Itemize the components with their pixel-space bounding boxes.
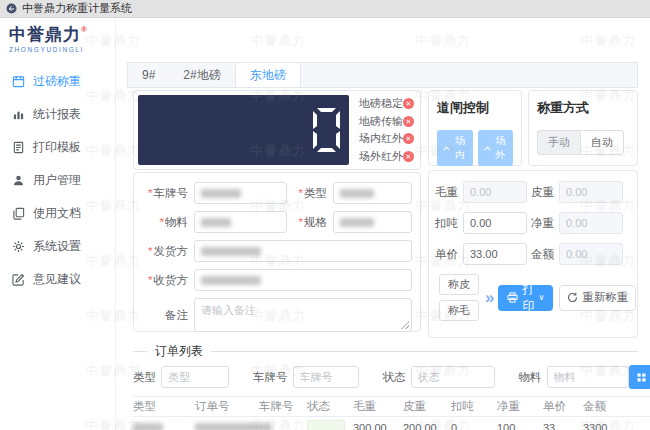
mode-auto-button[interactable]: 自动 (580, 130, 624, 155)
filter-plate-input[interactable] (293, 366, 359, 388)
gross-label: 毛重 (431, 185, 463, 200)
status-badge (307, 420, 345, 430)
edit-pencil-icon (12, 273, 25, 286)
deduct-input[interactable] (463, 212, 527, 234)
sidebar-item-weighing[interactable]: 过磅称重 (0, 65, 115, 98)
material-label: *物料 (140, 215, 194, 230)
documents-icon (12, 207, 25, 220)
masked-value (201, 218, 231, 227)
status-scale-stable: 地磅稳定 ✕ (359, 96, 414, 111)
masked-value (340, 189, 374, 198)
price-label: 单价 (431, 247, 463, 262)
double-chevron-right-icon: » (485, 289, 492, 306)
tare-input[interactable] (559, 181, 623, 203)
masked-value (133, 423, 163, 430)
remark-textarea[interactable]: 请输入备注 (194, 298, 412, 332)
print-button[interactable]: 打印 ∨ (498, 285, 553, 311)
window-title: 中誉鼎力称重计量系统 (22, 1, 132, 16)
registered-mark: ® (81, 25, 88, 34)
tab-scale-9[interactable]: 9# (128, 63, 169, 87)
error-circle-icon: ✕ (403, 116, 414, 127)
material-field[interactable] (194, 211, 287, 233)
window-titlebar: 中誉鼎力称重计量系统 (0, 0, 650, 18)
sidebar-item-reports[interactable]: 统计报表 (0, 98, 115, 131)
filter-status-input[interactable] (411, 366, 495, 388)
type-label: *类型 (287, 186, 333, 201)
logo-subtext: ZHONGYUDINGLI (9, 46, 115, 53)
order-table: 类型 订单号 车牌号 状态 毛重 皮重 扣吨 净重 单价 金额 300.00 2… (133, 396, 650, 430)
status-infrared-outside: 场外红外 ✕ (359, 149, 414, 164)
sidebar-item-feedback[interactable]: 意见建议 (0, 263, 115, 296)
sidebar-item-label: 过磅称重 (33, 73, 81, 90)
shipper-field[interactable] (194, 240, 412, 262)
bar-chart-icon (12, 108, 25, 121)
grid-icon (637, 373, 646, 382)
order-filters: 类型 车牌号 状态 物料 更多 (133, 364, 650, 390)
tare-label: 皮重 (527, 185, 559, 200)
error-circle-icon: ✕ (403, 98, 414, 109)
sidebar-item-label: 统计报表 (33, 106, 81, 123)
amount-input[interactable] (559, 243, 623, 265)
print-template-icon (12, 141, 25, 154)
weight-form-panel: 毛重 皮重 扣吨 净重 单价 金额 称皮 称毛 » 打印 ∨ (428, 170, 638, 338)
resize-handle-icon[interactable] (401, 321, 409, 329)
price-input[interactable] (463, 243, 527, 265)
masked-value (195, 423, 271, 430)
weigh-gross-button[interactable]: 称毛 (439, 300, 479, 321)
order-list-title: 订单列表 (155, 343, 203, 360)
user-icon (12, 174, 25, 187)
main-content: 9# 2#地磅 东地磅 地磅稳定 ✕ 地磅传输 (116, 18, 650, 430)
plate-field[interactable] (194, 182, 287, 204)
brand-logo: 中誉鼎力® ZHONGYUDINGLI (0, 18, 115, 53)
mode-manual-button[interactable]: 手动 (537, 130, 580, 155)
gear-icon (12, 240, 25, 253)
type-field[interactable] (333, 182, 412, 204)
masked-value (201, 189, 241, 198)
device-status-list: 地磅稳定 ✕ 地磅传输 ✕ 场内红外 ✕ 场外红外 ✕ (353, 91, 420, 169)
remark-placeholder: 请输入备注 (201, 304, 256, 316)
sidebar-item-label: 意见建议 (33, 271, 81, 288)
sidebar-item-users[interactable]: 用户管理 (0, 164, 115, 197)
gate-open-inside-button[interactable]: 场内 (437, 130, 473, 166)
plate-label: *车牌号 (140, 186, 194, 201)
remark-label: 备注 (140, 308, 194, 323)
masked-value (340, 218, 374, 227)
weigh-tare-button[interactable]: 称皮 (439, 274, 479, 295)
status-scale-transmit: 地磅传输 ✕ (359, 114, 414, 129)
filter-status-label: 状态 (383, 370, 411, 385)
sidebar-item-label: 系统设置 (33, 238, 81, 255)
receiver-field[interactable] (194, 269, 412, 291)
filter-type-input[interactable] (161, 366, 229, 388)
sidebar-item-label: 打印模板 (33, 139, 81, 156)
reweigh-button[interactable]: 重新称重 (559, 285, 636, 311)
filter-type-label: 类型 (133, 370, 161, 385)
sidebar-item-print-template[interactable]: 打印模板 (0, 131, 115, 164)
spec-field[interactable] (333, 211, 412, 233)
sidebar-menu: 过磅称重 统计报表 打印模板 用户管理 使用文档 系统设置 意见建议 (0, 65, 115, 296)
weight-display-panel: 地磅稳定 ✕ 地磅传输 ✕ 场内红外 ✕ 场外红外 ✕ (133, 90, 421, 170)
chevron-up-icon (443, 146, 450, 151)
tab-scale-east[interactable]: 东地磅 (235, 63, 301, 87)
printer-icon (507, 292, 518, 303)
tab-scale-2[interactable]: 2#地磅 (169, 63, 234, 87)
sidebar: 中誉鼎力® ZHONGYUDINGLI 过磅称重 统计报表 打印模板 用户管理 … (0, 18, 116, 430)
weigh-mode-toggle: 手动 自动 (537, 130, 629, 155)
app-icon (6, 3, 17, 14)
filter-material-input[interactable] (547, 366, 629, 388)
net-input[interactable] (559, 212, 623, 234)
gate-control-title: 道闸控制 (437, 99, 513, 117)
sidebar-item-label: 用户管理 (33, 172, 81, 189)
refresh-icon (567, 292, 578, 303)
gross-input[interactable] (463, 181, 527, 203)
scale-tabbar: 9# 2#地磅 东地磅 (127, 62, 638, 88)
spec-label: *规格 (287, 215, 333, 230)
weigh-scale-icon (12, 75, 25, 88)
gate-open-outside-button[interactable]: 场外 (478, 130, 514, 166)
weigh-mode-panel: 称重方式 手动 自动 (528, 90, 638, 166)
more-filters-button[interactable]: 更多 (629, 365, 650, 389)
gate-control-panel: 道闸控制 场内 场外 (428, 90, 522, 166)
sidebar-item-settings[interactable]: 系统设置 (0, 230, 115, 263)
sidebar-item-docs[interactable]: 使用文档 (0, 197, 115, 230)
table-row[interactable]: 300.00 200.00 0 100 33 3300 (133, 417, 650, 430)
order-table-header: 类型 订单号 车牌号 状态 毛重 皮重 扣吨 净重 单价 金额 (133, 396, 650, 417)
